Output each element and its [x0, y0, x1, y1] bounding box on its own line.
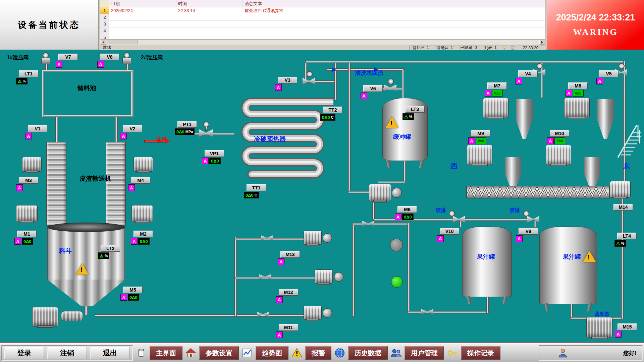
tag-m1[interactable]: M1A0Δ0 [17, 231, 37, 245]
tag-m12[interactable]: M12A [279, 289, 298, 303]
tag-v4[interactable]: V4A [518, 70, 538, 84]
scroll-right-button[interactable] [539, 40, 545, 45]
tag-lt4[interactable]: LT4⚠% [617, 233, 637, 247]
tag-m3[interactable]: M3A [19, 177, 38, 191]
tag-m4[interactable]: M4A [131, 177, 150, 191]
nav-button-报警[interactable]: 报警 [305, 346, 331, 360]
tag-v5[interactable]: V5A [599, 70, 619, 84]
tag-v10[interactable]: V10A [440, 228, 459, 242]
tag-label[interactable]: V5 [599, 70, 619, 77]
tag-label[interactable]: V8 [100, 54, 119, 60]
tag-label[interactable]: M14 [613, 204, 633, 210]
scroll-left-button[interactable] [100, 40, 106, 45]
tag-label[interactable]: M13 [280, 251, 300, 258]
tag-label[interactable]: TT2 [323, 107, 342, 113]
tag-label[interactable]: V10 [440, 228, 459, 235]
tag-tt1[interactable]: TT10Δ0C [247, 184, 266, 198]
inline-valve-4-icon[interactable] [362, 221, 374, 226]
nav-button-趋势图[interactable]: 趋势图 [256, 346, 288, 360]
tag-lt1[interactable]: LT1⚠% [19, 70, 38, 84]
spray-valve-2-icon[interactable] [527, 216, 539, 223]
tag-label[interactable]: V9 [519, 228, 538, 235]
nav-button-历史数据[interactable]: 历史数据 [348, 346, 388, 360]
tag-v3[interactable]: V3A [278, 77, 297, 91]
tag-v8[interactable]: V8A [100, 54, 119, 68]
scroll-track[interactable] [106, 40, 539, 45]
tag-label[interactable]: LT4 [617, 233, 637, 239]
tag-m8[interactable]: M8A0Δ0 [568, 82, 588, 97]
tag-lt2[interactable]: LT2⚠% [101, 245, 120, 259]
tag-v6[interactable]: V6A [363, 85, 383, 99]
alarm-row[interactable]: 2 [100, 14, 545, 21]
alarm-row[interactable]: 4 [100, 27, 545, 34]
tag-m6[interactable]: M6A0Δ0 [397, 206, 417, 220]
tag-m2[interactable]: M2A0Δ0 [133, 231, 153, 245]
tag-label[interactable]: M15 [618, 323, 637, 330]
session-button-登录[interactable]: 登录 [4, 347, 44, 359]
alarm-row[interactable]: 3 [100, 21, 545, 27]
tag-m13[interactable]: M13A [280, 251, 300, 265]
nav-button-参数设置[interactable]: 参数设置 [199, 346, 239, 360]
v5-valve-wheel-icon[interactable] [619, 63, 625, 69]
tag-label[interactable]: PT1 [177, 121, 197, 128]
tag-label[interactable]: LT1 [19, 70, 38, 77]
spray-valve-1-icon[interactable] [453, 216, 465, 223]
tag-label[interactable]: M6 [397, 206, 417, 213]
inline-valve-5-icon[interactable] [421, 309, 433, 314]
session-button-退出[interactable]: 退出 [90, 347, 130, 359]
tag-label[interactable]: M8 [568, 82, 588, 89]
tag-label[interactable]: V2 [123, 125, 142, 132]
alarm-row[interactable]: 12025/02/2422:33:14前处理PLC通讯异常 [100, 7, 545, 14]
tag-tt2[interactable]: TT20Δ0C [323, 107, 342, 121]
tag-m9[interactable]: M9A0Δ0 [471, 130, 490, 144]
tag-vp1[interactable]: VP1A0Δ0 [205, 150, 224, 164]
bulb-icon[interactable] [501, 46, 508, 50]
tag-pt1[interactable]: PT10Δ0MPa [177, 121, 197, 135]
tag-label[interactable]: M3 [19, 177, 38, 184]
nav-button-主界面[interactable]: 主界面 [150, 346, 182, 360]
tag-label[interactable]: V7 [58, 54, 78, 60]
tag-label[interactable]: LT3 [405, 106, 425, 113]
v6-valve-icon[interactable] [384, 84, 396, 91]
tag-label[interactable]: VP1 [205, 150, 224, 157]
tag-label[interactable]: M4 [131, 177, 150, 184]
tag-label[interactable]: V3 [278, 77, 297, 83]
tag-v1[interactable]: V1A [28, 125, 47, 139]
tag-label[interactable]: M12 [279, 289, 298, 296]
tag-v2[interactable]: V2A [123, 125, 142, 139]
tag-label[interactable]: M7 [487, 82, 507, 89]
tag-m14[interactable]: M14 [613, 204, 633, 210]
spray-valve-1-wheel-icon[interactable] [449, 210, 455, 217]
v3-valve-icon[interactable] [303, 78, 315, 84]
tag-m7[interactable]: M7A0Δ0 [487, 82, 507, 97]
tag-m11[interactable]: M11A [279, 324, 298, 338]
tag-label[interactable]: M9 [471, 130, 490, 137]
tag-label[interactable]: M2 [133, 231, 153, 237]
nav-button-用户管理[interactable]: 用户管理 [405, 346, 444, 360]
spray-valve-2-wheel-icon[interactable] [523, 210, 529, 217]
v3-valve-wheel-icon[interactable] [307, 71, 313, 77]
tag-label[interactable]: M5 [123, 287, 143, 293]
tag-m5[interactable]: M5A0Δ0 [123, 287, 143, 301]
nav-button-操作记录[interactable]: 操作记录 [461, 346, 500, 360]
tag-label[interactable]: LT2 [101, 245, 120, 252]
tag-v9[interactable]: V9A [519, 228, 538, 242]
tag-label[interactable]: M11 [279, 324, 298, 331]
tag-label[interactable]: M1 [17, 231, 37, 237]
motor-m2 [131, 205, 153, 222]
tag-v7[interactable]: V7A [58, 54, 78, 68]
alarm-hscrollbar[interactable] [100, 39, 545, 45]
alarm-row[interactable]: 5 [100, 34, 545, 39]
tag-lt3[interactable]: LT3⚠% [405, 106, 425, 120]
tag-label[interactable]: M10 [550, 130, 569, 137]
session-button-注销[interactable]: 注销 [47, 347, 87, 359]
v6-valve-wheel-icon[interactable] [388, 78, 394, 84]
tag-label[interactable]: V1 [28, 125, 47, 132]
tag-m10[interactable]: M10A0Δ0 [550, 130, 569, 144]
v4-valve-wheel-icon[interactable] [537, 63, 543, 69]
tag-label[interactable]: V4 [518, 70, 538, 77]
tag-m15[interactable]: M15A [618, 323, 637, 338]
tag-label[interactable]: V6 [363, 85, 383, 92]
tag-label[interactable]: TT1 [247, 184, 266, 191]
scroll-thumb[interactable] [107, 40, 138, 44]
